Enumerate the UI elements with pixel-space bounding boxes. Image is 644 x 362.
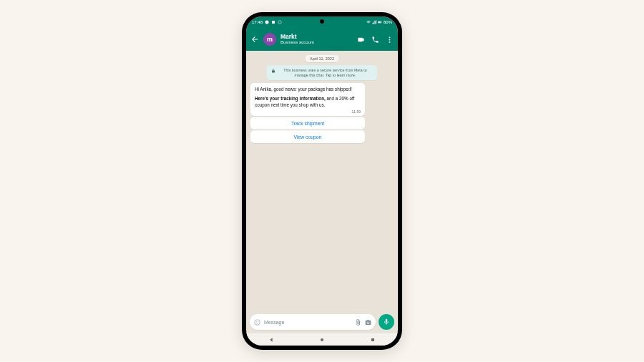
input-bar: Message [246, 311, 398, 333]
lock-icon [271, 69, 275, 73]
contact-block[interactable]: Markt Business account [280, 34, 353, 44]
battery-icon [378, 20, 382, 24]
status-app-icon [278, 20, 282, 24]
phone-frame: 17:48 80% m Markt Business account [242, 12, 402, 350]
svg-rect-1 [272, 21, 275, 24]
secure-banner-text: This business uses a secure service from… [278, 68, 373, 77]
date-chip: April 11, 2022 [306, 55, 338, 62]
svg-point-7 [389, 39, 391, 40]
status-time: 17:48 [252, 20, 263, 24]
message-time: 11:59 [255, 109, 361, 114]
chat-area[interactable]: April 11, 2022 This business uses a secu… [246, 51, 398, 311]
svg-point-9 [255, 319, 260, 325]
svg-point-10 [256, 321, 257, 322]
message-line-1: Hi Anika, good news: your package has sh… [255, 87, 361, 92]
front-camera [320, 19, 324, 24]
secure-banner[interactable]: This business uses a secure service from… [267, 65, 377, 80]
message-line-2: Here's your tracking information, and a … [255, 96, 361, 107]
svg-point-8 [389, 41, 391, 42]
track-shipment-button[interactable]: Track shipment [250, 117, 365, 129]
nav-recent-icon[interactable] [370, 337, 376, 343]
message-bubble[interactable]: Hi Anika, good news: your package has sh… [250, 83, 365, 116]
svg-rect-5 [381, 22, 382, 23]
svg-rect-4 [378, 21, 381, 23]
svg-point-0 [265, 21, 269, 24]
voice-call-icon[interactable] [371, 36, 379, 44]
status-app-icon [265, 20, 269, 24]
message-input[interactable]: Message [250, 314, 376, 330]
svg-point-12 [321, 338, 323, 341]
wifi-icon [366, 20, 371, 24]
svg-rect-13 [371, 338, 374, 341]
message-group: Hi Anika, good news: your package has sh… [250, 83, 365, 143]
video-call-icon[interactable] [357, 36, 365, 44]
attach-icon[interactable] [355, 319, 361, 326]
svg-point-11 [258, 321, 258, 322]
avatar-letter: m [267, 36, 273, 43]
battery-percent: 80% [384, 20, 392, 24]
nav-home-icon[interactable] [319, 337, 325, 343]
emoji-icon[interactable] [254, 319, 260, 326]
svg-point-2 [278, 21, 282, 24]
back-arrow-icon[interactable] [250, 35, 259, 44]
view-coupon-button[interactable]: View coupon [250, 130, 365, 143]
camera-icon[interactable] [365, 319, 371, 326]
signal-icon [372, 20, 376, 24]
more-icon[interactable] [386, 36, 394, 44]
screen: 17:48 80% m Markt Business account [246, 16, 398, 346]
nav-back-icon[interactable] [268, 337, 274, 343]
status-app-icon [271, 20, 275, 24]
avatar[interactable]: m [263, 33, 276, 46]
mic-icon [383, 318, 390, 326]
input-placeholder: Message [264, 320, 351, 325]
message-bold: Here's your tracking information, [255, 96, 326, 101]
mic-button[interactable] [379, 314, 394, 330]
contact-subtitle: Business account [280, 40, 353, 44]
system-nav-bar [246, 333, 398, 346]
app-bar: m Markt Business account [246, 28, 398, 51]
contact-name: Markt [280, 34, 353, 40]
svg-point-6 [389, 36, 391, 38]
app-actions [357, 36, 394, 44]
